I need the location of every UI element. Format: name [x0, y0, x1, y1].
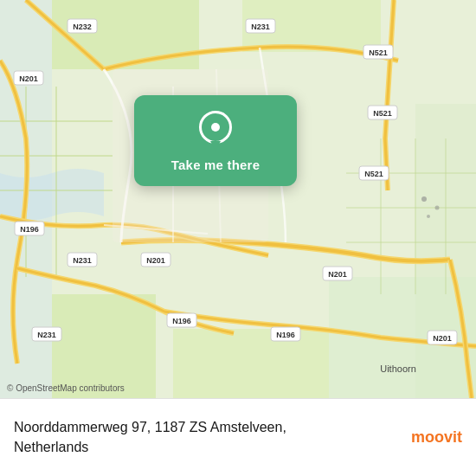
- svg-text:N232: N232: [73, 23, 92, 31]
- address-bar: Noorddammerweg 97, 1187 ZS Amstelveen, N…: [0, 398, 476, 476]
- svg-text:N201: N201: [433, 334, 452, 343]
- svg-text:N521: N521: [373, 109, 392, 118]
- svg-rect-6: [173, 329, 329, 398]
- svg-text:N231: N231: [251, 23, 270, 31]
- svg-text:N521: N521: [369, 48, 388, 57]
- svg-text:N201: N201: [328, 270, 347, 279]
- moovit-logo: moovit: [411, 428, 462, 447]
- svg-rect-5: [52, 294, 156, 398]
- map-area[interactable]: N232 N231 N201 N521 N521 N521 N196 N231 …: [0, 0, 476, 398]
- svg-text:Uithoorn: Uithoorn: [380, 363, 416, 374]
- svg-text:N196: N196: [20, 225, 39, 234]
- svg-point-50: [427, 215, 430, 218]
- svg-text:N231: N231: [37, 331, 56, 339]
- svg-text:N196: N196: [172, 317, 191, 325]
- svg-text:N201: N201: [19, 74, 38, 83]
- svg-text:N201: N201: [146, 256, 165, 265]
- svg-point-48: [421, 196, 427, 202]
- pin-dot: [211, 123, 220, 132]
- pin-icon: [199, 111, 232, 144]
- address-line1: Noorddammerweg 97, 1187 ZS Amstelveen,: [14, 420, 286, 434]
- navigation-popup[interactable]: Take me there: [134, 95, 297, 186]
- take-me-there-button[interactable]: Take me there: [171, 158, 260, 172]
- address-block: Noorddammerweg 97, 1187 ZS Amstelveen, N…: [14, 418, 401, 457]
- moovit-brand-text: moovit: [411, 428, 462, 447]
- svg-point-49: [435, 206, 440, 210]
- address-line2: Netherlands: [14, 440, 88, 454]
- svg-text:N521: N521: [364, 170, 383, 178]
- svg-text:N196: N196: [276, 331, 295, 339]
- svg-rect-3: [52, 0, 199, 69]
- svg-text:N231: N231: [73, 256, 92, 265]
